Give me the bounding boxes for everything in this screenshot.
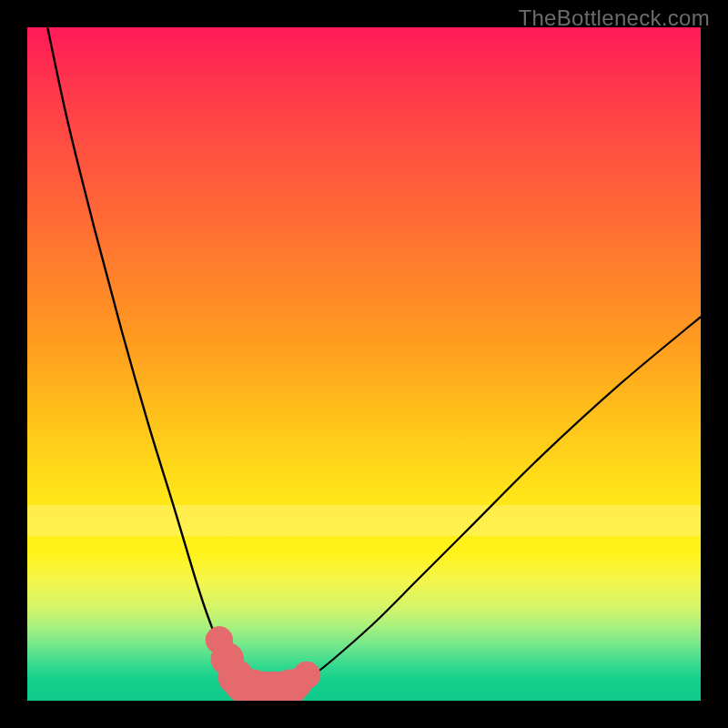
trough-markers [206,627,320,701]
right-curve [269,317,701,691]
chart-frame [27,27,701,701]
trough-marker-dot [293,662,320,689]
bottleneck-chart [27,27,701,701]
left-curve [47,27,269,691]
